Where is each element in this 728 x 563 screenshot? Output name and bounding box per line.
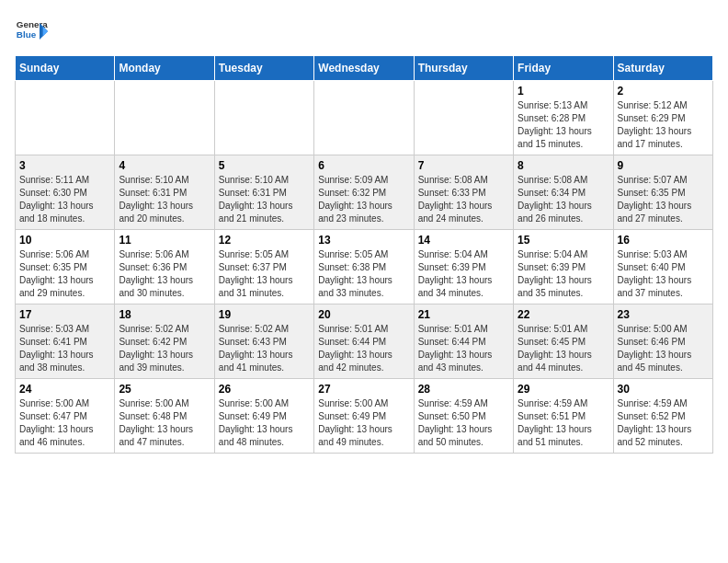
day-number: 4 bbox=[119, 159, 210, 172]
day-number: 15 bbox=[518, 234, 609, 247]
calendar-day: 25Sunrise: 5:00 AM Sunset: 6:48 PM Dayli… bbox=[115, 379, 214, 454]
day-number: 18 bbox=[119, 308, 210, 321]
calendar-day bbox=[314, 81, 414, 155]
day-info: Sunrise: 5:00 AM Sunset: 6:46 PM Dayligh… bbox=[618, 323, 709, 374]
day-info: Sunrise: 5:04 AM Sunset: 6:39 PM Dayligh… bbox=[518, 248, 609, 300]
calendar-day: 23Sunrise: 5:00 AM Sunset: 6:46 PM Dayli… bbox=[613, 304, 712, 379]
day-number: 9 bbox=[618, 159, 709, 172]
day-number: 14 bbox=[418, 234, 509, 247]
day-info: Sunrise: 5:06 AM Sunset: 6:35 PM Dayligh… bbox=[19, 248, 110, 300]
day-info: Sunrise: 5:13 AM Sunset: 6:28 PM Dayligh… bbox=[518, 99, 609, 151]
day-number: 20 bbox=[318, 308, 409, 321]
day-info: Sunrise: 5:02 AM Sunset: 6:42 PM Dayligh… bbox=[119, 323, 210, 374]
day-number: 25 bbox=[119, 383, 210, 396]
day-number: 12 bbox=[219, 234, 310, 247]
day-number: 16 bbox=[618, 234, 709, 247]
day-info: Sunrise: 5:10 AM Sunset: 6:31 PM Dayligh… bbox=[119, 174, 210, 225]
calendar-day: 8Sunrise: 5:08 AM Sunset: 6:34 PM Daylig… bbox=[514, 155, 613, 230]
calendar-day: 9Sunrise: 5:07 AM Sunset: 6:35 PM Daylig… bbox=[613, 155, 712, 230]
calendar-day: 11Sunrise: 5:06 AM Sunset: 6:36 PM Dayli… bbox=[115, 230, 214, 304]
calendar-day: 28Sunrise: 4:59 AM Sunset: 6:50 PM Dayli… bbox=[414, 379, 513, 454]
day-number: 26 bbox=[219, 383, 310, 396]
weekday-header-tuesday: Tuesday bbox=[214, 56, 313, 81]
day-number: 24 bbox=[19, 383, 110, 396]
weekday-header-saturday: Saturday bbox=[613, 56, 712, 81]
day-info: Sunrise: 5:05 AM Sunset: 6:38 PM Dayligh… bbox=[318, 248, 409, 300]
weekday-header-thursday: Thursday bbox=[414, 56, 513, 81]
weekday-header-friday: Friday bbox=[514, 56, 613, 81]
day-info: Sunrise: 5:03 AM Sunset: 6:40 PM Dayligh… bbox=[618, 248, 709, 300]
calendar-week-4: 17Sunrise: 5:03 AM Sunset: 6:41 PM Dayli… bbox=[16, 304, 713, 379]
day-number: 13 bbox=[318, 234, 409, 247]
day-number: 8 bbox=[518, 159, 609, 172]
calendar-day: 27Sunrise: 5:00 AM Sunset: 6:49 PM Dayli… bbox=[314, 379, 414, 454]
calendar-day: 18Sunrise: 5:02 AM Sunset: 6:42 PM Dayli… bbox=[115, 304, 214, 379]
logo-icon: General Blue bbox=[15, 15, 48, 48]
calendar-day: 17Sunrise: 5:03 AM Sunset: 6:41 PM Dayli… bbox=[16, 304, 115, 379]
day-info: Sunrise: 5:04 AM Sunset: 6:39 PM Dayligh… bbox=[418, 248, 509, 300]
day-info: Sunrise: 4:59 AM Sunset: 6:50 PM Dayligh… bbox=[418, 397, 509, 449]
calendar-day bbox=[115, 81, 214, 155]
day-info: Sunrise: 5:11 AM Sunset: 6:30 PM Dayligh… bbox=[19, 174, 110, 225]
calendar-day: 12Sunrise: 5:05 AM Sunset: 6:37 PM Dayli… bbox=[214, 230, 313, 304]
day-number: 23 bbox=[618, 308, 709, 321]
day-number: 10 bbox=[19, 234, 110, 247]
logo: General Blue bbox=[15, 15, 48, 48]
day-info: Sunrise: 4:59 AM Sunset: 6:52 PM Dayligh… bbox=[618, 397, 709, 449]
day-info: Sunrise: 5:07 AM Sunset: 6:35 PM Dayligh… bbox=[618, 174, 709, 225]
calendar-week-5: 24Sunrise: 5:00 AM Sunset: 6:47 PM Dayli… bbox=[16, 379, 713, 454]
day-info: Sunrise: 5:00 AM Sunset: 6:48 PM Dayligh… bbox=[119, 397, 210, 449]
calendar-day: 4Sunrise: 5:10 AM Sunset: 6:31 PM Daylig… bbox=[115, 155, 214, 230]
calendar-day: 26Sunrise: 5:00 AM Sunset: 6:49 PM Dayli… bbox=[214, 379, 313, 454]
calendar-table: SundayMondayTuesdayWednesdayThursdayFrid… bbox=[15, 55, 713, 454]
day-info: Sunrise: 4:59 AM Sunset: 6:51 PM Dayligh… bbox=[518, 397, 609, 449]
day-info: Sunrise: 5:02 AM Sunset: 6:43 PM Dayligh… bbox=[219, 323, 310, 374]
day-info: Sunrise: 5:08 AM Sunset: 6:34 PM Dayligh… bbox=[518, 174, 609, 225]
page-header: General Blue bbox=[15, 15, 713, 48]
weekday-header-wednesday: Wednesday bbox=[314, 56, 414, 81]
calendar-day: 10Sunrise: 5:06 AM Sunset: 6:35 PM Dayli… bbox=[16, 230, 115, 304]
calendar-week-1: 1Sunrise: 5:13 AM Sunset: 6:28 PM Daylig… bbox=[16, 81, 713, 155]
day-info: Sunrise: 5:00 AM Sunset: 6:49 PM Dayligh… bbox=[219, 397, 310, 449]
calendar-day: 5Sunrise: 5:10 AM Sunset: 6:31 PM Daylig… bbox=[214, 155, 313, 230]
calendar-day: 24Sunrise: 5:00 AM Sunset: 6:47 PM Dayli… bbox=[16, 379, 115, 454]
calendar-day: 20Sunrise: 5:01 AM Sunset: 6:44 PM Dayli… bbox=[314, 304, 414, 379]
day-number: 11 bbox=[119, 234, 210, 247]
calendar-day: 14Sunrise: 5:04 AM Sunset: 6:39 PM Dayli… bbox=[414, 230, 513, 304]
calendar-week-3: 10Sunrise: 5:06 AM Sunset: 6:35 PM Dayli… bbox=[16, 230, 713, 304]
calendar-day: 22Sunrise: 5:01 AM Sunset: 6:45 PM Dayli… bbox=[514, 304, 613, 379]
calendar-day: 7Sunrise: 5:08 AM Sunset: 6:33 PM Daylig… bbox=[414, 155, 513, 230]
day-info: Sunrise: 5:12 AM Sunset: 6:29 PM Dayligh… bbox=[618, 99, 709, 151]
day-info: Sunrise: 5:10 AM Sunset: 6:31 PM Dayligh… bbox=[219, 174, 310, 225]
calendar-day: 1Sunrise: 5:13 AM Sunset: 6:28 PM Daylig… bbox=[514, 81, 613, 155]
day-info: Sunrise: 5:01 AM Sunset: 6:44 PM Dayligh… bbox=[418, 323, 509, 374]
day-number: 17 bbox=[19, 308, 110, 321]
calendar-day: 30Sunrise: 4:59 AM Sunset: 6:52 PM Dayli… bbox=[613, 379, 712, 454]
day-info: Sunrise: 5:06 AM Sunset: 6:36 PM Dayligh… bbox=[119, 248, 210, 300]
weekday-header-sunday: Sunday bbox=[16, 56, 115, 81]
day-info: Sunrise: 5:05 AM Sunset: 6:37 PM Dayligh… bbox=[219, 248, 310, 300]
calendar-day: 29Sunrise: 4:59 AM Sunset: 6:51 PM Dayli… bbox=[514, 379, 613, 454]
day-number: 1 bbox=[518, 85, 609, 98]
day-number: 28 bbox=[418, 383, 509, 396]
calendar-day bbox=[214, 81, 313, 155]
weekday-header-monday: Monday bbox=[115, 56, 214, 81]
day-info: Sunrise: 5:01 AM Sunset: 6:44 PM Dayligh… bbox=[318, 323, 409, 374]
calendar-day: 2Sunrise: 5:12 AM Sunset: 6:29 PM Daylig… bbox=[613, 81, 712, 155]
day-info: Sunrise: 5:09 AM Sunset: 6:32 PM Dayligh… bbox=[318, 174, 409, 225]
day-number: 30 bbox=[618, 383, 709, 396]
day-info: Sunrise: 5:01 AM Sunset: 6:45 PM Dayligh… bbox=[518, 323, 609, 374]
day-number: 22 bbox=[518, 308, 609, 321]
calendar-day: 3Sunrise: 5:11 AM Sunset: 6:30 PM Daylig… bbox=[16, 155, 115, 230]
day-number: 3 bbox=[19, 159, 110, 172]
calendar-day: 15Sunrise: 5:04 AM Sunset: 6:39 PM Dayli… bbox=[514, 230, 613, 304]
day-number: 5 bbox=[219, 159, 310, 172]
day-info: Sunrise: 5:08 AM Sunset: 6:33 PM Dayligh… bbox=[418, 174, 509, 225]
calendar-week-2: 3Sunrise: 5:11 AM Sunset: 6:30 PM Daylig… bbox=[16, 155, 713, 230]
calendar-day: 16Sunrise: 5:03 AM Sunset: 6:40 PM Dayli… bbox=[613, 230, 712, 304]
calendar-day bbox=[16, 81, 115, 155]
day-number: 6 bbox=[318, 159, 409, 172]
calendar-day bbox=[414, 81, 513, 155]
svg-text:Blue: Blue bbox=[17, 29, 37, 40]
day-number: 21 bbox=[418, 308, 509, 321]
